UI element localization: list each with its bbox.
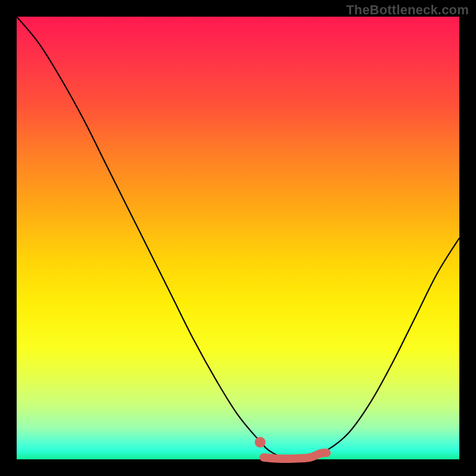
chart-plot-area: [17, 17, 459, 459]
bottleneck-curve: [17, 17, 459, 459]
watermark-text: TheBottleneck.com: [346, 2, 469, 18]
chart-svg: [17, 17, 459, 459]
optimal-marker-dot: [255, 437, 265, 447]
chart-frame: TheBottleneck.com: [0, 0, 476, 476]
